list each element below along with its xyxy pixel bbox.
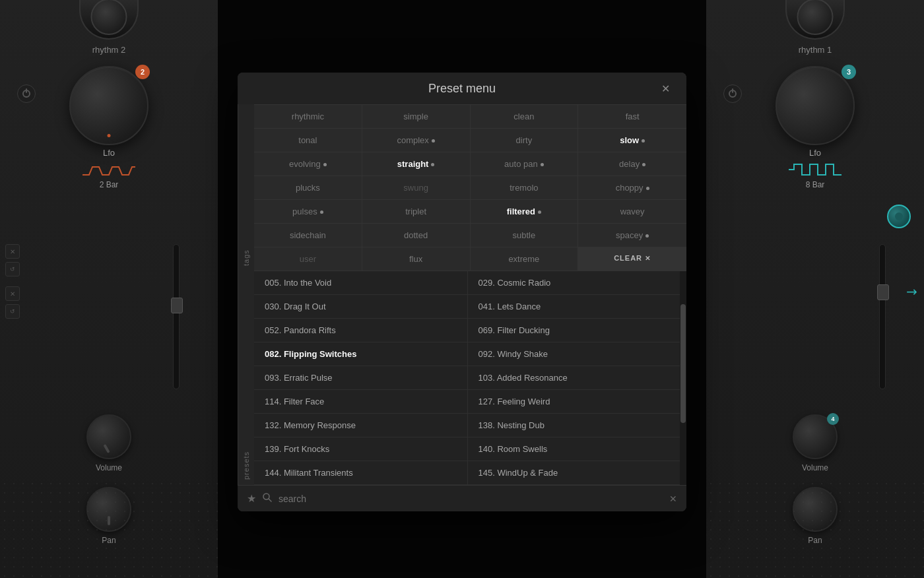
- top-knob-right: [785, 0, 845, 40]
- fader-thumb-left[interactable]: [171, 298, 183, 313]
- tag-fast[interactable]: fast: [578, 105, 686, 129]
- preset-item-093[interactable]: 093. Erratic Pulse: [254, 366, 467, 390]
- preset-item-103[interactable]: 103. Added Resonance: [467, 366, 680, 390]
- presets-list: 005. Into the Void029. Cosmic Radio030. …: [254, 271, 680, 485]
- preset-item-138[interactable]: 138. Nesting Dub: [467, 414, 680, 437]
- scrollbar-thumb[interactable]: [680, 304, 686, 423]
- lfo-knob-circle-right: [776, 66, 855, 145]
- side-btn-left-3[interactable]: ✕: [5, 286, 20, 301]
- preset-item-029[interactable]: 029. Cosmic Radio: [467, 271, 680, 295]
- top-knob-inner-right: [797, 0, 834, 35]
- preset-item-114[interactable]: 114. Filter Face: [254, 390, 467, 414]
- tag-user[interactable]: user: [254, 247, 362, 271]
- modal-header: Preset menu ✕: [238, 73, 686, 104]
- lfo-knob-left[interactable]: 2: [69, 66, 148, 145]
- tags-label: tags: [238, 104, 254, 271]
- preset-item-069[interactable]: 069. Filter Ducking: [467, 319, 680, 342]
- tag-pulses[interactable]: pulses: [254, 200, 362, 224]
- power-button-left[interactable]: [17, 84, 36, 103]
- top-knob-inner-left: [91, 0, 127, 35]
- lfo-label-right: Lfo: [776, 148, 855, 158]
- bar-label-right: 8 Bar: [776, 180, 855, 189]
- fader-right[interactable]: [879, 244, 886, 389]
- preset-item-139[interactable]: 139. Fort Knocks: [254, 437, 467, 461]
- bar-label-left: 2 Bar: [69, 180, 148, 189]
- tag-clear[interactable]: CLEAR ✕: [578, 247, 686, 271]
- tag-filtered[interactable]: filtered: [471, 200, 579, 224]
- lfo-badge-right: 3: [842, 65, 856, 79]
- tag-spacey[interactable]: spacey: [578, 224, 686, 247]
- svg-line-1: [269, 499, 271, 501]
- tag-auto pan[interactable]: auto pan: [471, 152, 579, 176]
- tag-subtle[interactable]: subtle: [471, 224, 579, 247]
- presets-scrollbar[interactable]: [680, 271, 686, 485]
- tag-simple[interactable]: simple: [362, 105, 471, 129]
- tag-dotted[interactable]: dotted: [362, 224, 471, 247]
- volume-knob-right[interactable]: 4: [793, 414, 838, 459]
- side-btn-left-2[interactable]: ↺: [5, 262, 20, 276]
- power-button-right[interactable]: [723, 84, 742, 103]
- preset-item-041[interactable]: 041. Lets Dance: [467, 295, 680, 319]
- tag-complex[interactable]: complex: [362, 129, 471, 152]
- fader-thumb-right[interactable]: [877, 284, 889, 300]
- dot-texture-left: [0, 479, 218, 578]
- favorite-star-button[interactable]: ★: [247, 492, 256, 505]
- knob-dot-left: [103, 444, 110, 453]
- tag-straight[interactable]: straight: [362, 152, 471, 176]
- modal-close-button[interactable]: ✕: [657, 80, 673, 96]
- preset-item-092[interactable]: 092. Windy Shake: [467, 342, 680, 366]
- knob-indicator-left: [108, 134, 111, 137]
- lfo-knob-area-left: 2 Lfo 2 Bar: [69, 66, 148, 189]
- lfo-knob-area-right: 3 Lfo 8 Bar: [776, 66, 855, 189]
- left-panel-label: rhythm 2: [92, 45, 126, 55]
- tag-extreme[interactable]: extreme: [471, 247, 579, 271]
- search-clear-button[interactable]: ✕: [669, 494, 677, 504]
- preset-item-005[interactable]: 005. Into the Void: [254, 271, 467, 295]
- tag-rhythmic[interactable]: rhythmic: [254, 105, 362, 129]
- right-panel-label: rhythm 1: [799, 45, 832, 55]
- fader-left[interactable]: [173, 244, 180, 389]
- tag-flux[interactable]: flux: [362, 247, 471, 271]
- tags-grid: rhythmicsimplecleanfasttonalcomplexdirty…: [254, 104, 686, 271]
- teal-arrow-right: ↗: [902, 282, 921, 302]
- tag-tonal[interactable]: tonal: [254, 129, 362, 152]
- volume-knob-left[interactable]: [86, 414, 131, 459]
- preset-item-030[interactable]: 030. Drag It Out: [254, 295, 467, 319]
- tag-tremolo[interactable]: tremolo: [471, 176, 579, 200]
- lfo-label-left: Lfo: [69, 148, 148, 158]
- tag-clean[interactable]: clean: [471, 105, 579, 129]
- preset-item-127[interactable]: 127. Feeling Weird: [467, 390, 680, 414]
- lfo-knob-circle-left: [69, 66, 148, 145]
- preset-item-140[interactable]: 140. Room Swells: [467, 437, 680, 461]
- volume-label-left: Volume: [96, 463, 122, 472]
- tag-triplet[interactable]: triplet: [362, 200, 471, 224]
- tag-choppy[interactable]: choppy: [578, 176, 686, 200]
- waveform-right: [776, 162, 855, 177]
- tag-dirty[interactable]: dirty: [471, 129, 579, 152]
- tag-evolving[interactable]: evolving: [254, 152, 362, 176]
- right-panel: rhythm 1 3 Lfo 8 Bar 4 Volume: [706, 0, 924, 578]
- preset-item-144[interactable]: 144. Militant Transients: [254, 461, 467, 485]
- power-icon-right: [729, 90, 737, 98]
- side-btn-left-4[interactable]: ↺: [5, 304, 20, 319]
- tag-sidechain[interactable]: sidechain: [254, 224, 362, 247]
- volume-badge-right: 4: [827, 413, 839, 425]
- tag-swung[interactable]: swung: [362, 176, 471, 200]
- teal-knob-right[interactable]: [887, 205, 911, 228]
- tag-slow[interactable]: slow: [578, 129, 686, 152]
- tag-wavey[interactable]: wavey: [578, 200, 686, 224]
- tag-delay[interactable]: delay: [578, 152, 686, 176]
- lfo-badge-left: 2: [135, 65, 150, 79]
- dot-texture-right: [706, 479, 924, 578]
- preset-item-132[interactable]: 132. Memory Response: [254, 414, 467, 437]
- preset-item-145[interactable]: 145. WindUp & Fade: [467, 461, 680, 485]
- tag-plucks[interactable]: plucks: [254, 176, 362, 200]
- side-btn-left-1[interactable]: ✕: [5, 244, 20, 259]
- search-input[interactable]: [279, 494, 663, 504]
- preset-item-082[interactable]: 082. Flipping Switches: [254, 342, 467, 366]
- preset-item-052[interactable]: 052. Pandora Rifts: [254, 319, 467, 342]
- preset-modal: Preset menu ✕ tags rhythmicsimplecleanfa…: [238, 73, 686, 511]
- lfo-knob-right[interactable]: 3: [776, 66, 855, 145]
- teal-knob-inner: [895, 212, 903, 220]
- left-panel: rhythm 2 2 Lfo 2 Bar ✕ ↺: [0, 0, 218, 578]
